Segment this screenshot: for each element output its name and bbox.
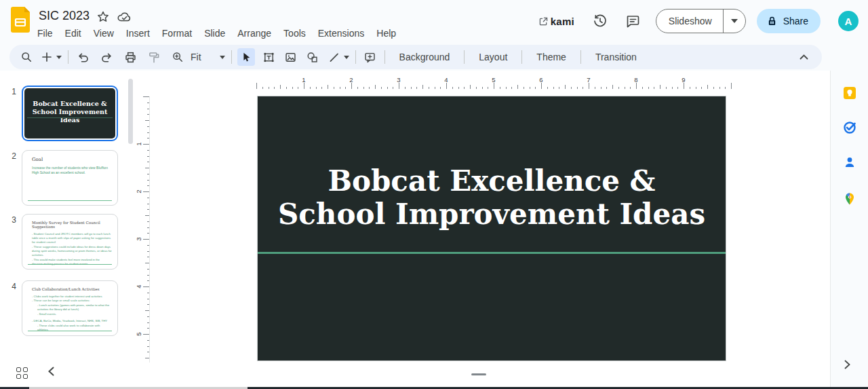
zoom-icon[interactable] <box>169 48 186 66</box>
comments-icon[interactable] <box>625 13 641 29</box>
menu-edit[interactable]: Edit <box>59 26 87 41</box>
slide-thumbnail-3[interactable]: Monthly Survey for Student Council Sugge… <box>22 214 118 270</box>
side-panel: 31 <box>830 42 868 387</box>
add-comment-tool[interactable] <box>361 48 379 66</box>
menu-format[interactable]: Format <box>156 26 198 41</box>
grid-view-icon[interactable] <box>16 367 28 379</box>
contacts-icon[interactable] <box>843 155 856 169</box>
lock-icon <box>766 15 778 27</box>
thumb-body: Increase the number of students who view… <box>22 162 117 175</box>
menu-insert[interactable]: Insert <box>120 26 156 41</box>
h-ruler: 123456789 <box>256 77 733 89</box>
new-slide-button[interactable] <box>38 48 56 66</box>
collapse-side-panel-icon[interactable] <box>844 360 850 372</box>
menu-slide[interactable]: Slide <box>198 26 231 41</box>
keep-icon[interactable] <box>843 86 856 100</box>
workspace: 1Bobcat Excellence &School Improvement I… <box>0 71 830 387</box>
toolbar: Fit Background Layout Theme Transition <box>9 45 822 69</box>
filmstrip-list: 1Bobcat Excellence &School Improvement I… <box>0 86 136 336</box>
menu-tools[interactable]: Tools <box>277 26 312 41</box>
menu-help[interactable]: Help <box>370 26 402 41</box>
slideshow-button[interactable]: Slideshow <box>656 9 746 33</box>
thumb-title: Monthly Survey for Student Council Sugge… <box>22 215 117 229</box>
thumb-title: Goal <box>22 151 117 162</box>
document-title[interactable]: SIC 2023 <box>39 9 90 23</box>
external-link-icon <box>539 17 548 26</box>
search-menus-icon[interactable] <box>18 48 35 66</box>
line-tool[interactable] <box>326 48 343 66</box>
slide-title[interactable]: Bobcat Excellence &School Improvement Id… <box>258 164 726 231</box>
paint-format-icon[interactable] <box>145 48 163 66</box>
google-slides-logo-icon[interactable] <box>11 7 30 35</box>
thumb-row-1: 1Bobcat Excellence &School Improvement I… <box>0 86 136 141</box>
new-slide-dropdown[interactable] <box>56 48 62 66</box>
current-slide[interactable]: Bobcat Excellence &School Improvement Id… <box>258 96 726 360</box>
thumb-title: Club Collaboration/Lunch Activities <box>22 281 117 291</box>
slide-canvas: 123456789 12345 Bobcat Excellence &Schoo… <box>136 71 830 387</box>
textbox-tool[interactable] <box>260 48 278 66</box>
line-tool-dropdown[interactable] <box>343 48 350 66</box>
tasks-icon[interactable] <box>843 121 856 134</box>
menu-extensions[interactable]: Extensions <box>312 26 370 41</box>
slideshow-dropdown[interactable] <box>724 10 745 33</box>
print-icon[interactable] <box>121 48 139 66</box>
version-history-icon[interactable] <box>592 13 608 29</box>
menu-arrange[interactable]: Arrange <box>231 26 277 41</box>
canvas-scroll-handle[interactable] <box>471 373 486 375</box>
kami-extension-button[interactable]: kami <box>539 16 574 27</box>
slide-number: 2 <box>0 150 22 161</box>
theme-button[interactable]: Theme <box>528 52 575 62</box>
select-tool[interactable] <box>237 48 255 66</box>
maps-icon[interactable] <box>843 192 856 206</box>
redo-button[interactable] <box>98 48 115 66</box>
menu-view[interactable]: View <box>87 26 120 41</box>
slide-number: 4 <box>0 280 22 291</box>
menu-file[interactable]: File <box>31 26 59 41</box>
undo-button[interactable] <box>74 48 92 66</box>
slide-number: 3 <box>0 214 22 225</box>
background-button[interactable]: Background <box>391 52 459 62</box>
thumb-row-4: 4Club Collaboration/Lunch Activities- Cl… <box>0 280 136 336</box>
zoom-fit-select[interactable]: Fit <box>191 52 201 62</box>
layout-button[interactable]: Layout <box>470 52 516 62</box>
share-button[interactable]: Share <box>757 9 821 33</box>
slide-thumbnail-4[interactable]: Club Collaboration/Lunch Activities- Clu… <box>22 280 118 336</box>
menu-bar: FileEditViewInsertFormatSlideArrangeTool… <box>31 24 402 42</box>
slide-number: 1 <box>0 86 22 96</box>
thumb-row-2: 2GoalIncrease the number of students who… <box>0 150 136 206</box>
shape-tool[interactable] <box>304 48 321 66</box>
thumb-body: - Student Council and JROTC members will… <box>22 229 117 266</box>
v-ruler: 12345 <box>140 96 150 363</box>
account-avatar[interactable]: A <box>838 11 859 31</box>
thumb-row-3: 3Monthly Survey for Student Council Sugg… <box>0 214 136 270</box>
zoom-fit-dropdown[interactable] <box>219 48 226 66</box>
filmstrip-scrollbar[interactable] <box>128 79 133 144</box>
collapse-toolbar-icon[interactable] <box>795 48 812 66</box>
slide-thumbnail-1[interactable]: Bobcat Excellence &School Improvement Id… <box>22 86 118 141</box>
filmstrip: 1Bobcat Excellence &School Improvement I… <box>0 71 136 387</box>
slide-thumbnail-2[interactable]: GoalIncrease the number of students who … <box>22 150 118 206</box>
thumb-body: - Clubs work together for student intere… <box>22 291 117 332</box>
transition-button[interactable]: Transition <box>587 52 646 62</box>
slide-accent-line <box>258 252 726 254</box>
collapse-filmstrip-icon[interactable] <box>48 367 54 379</box>
insert-image-tool[interactable] <box>282 48 300 66</box>
thumb-title: Bobcat Excellence &School Improvement Id… <box>24 100 115 124</box>
